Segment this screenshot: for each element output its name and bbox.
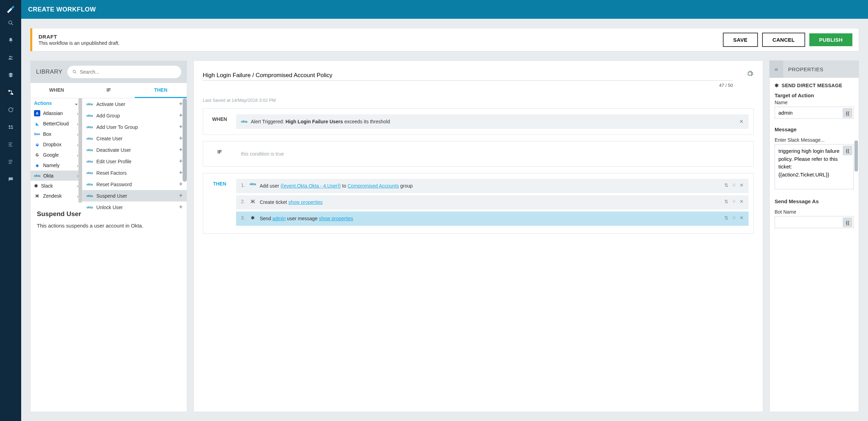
action-edit-user-profile[interactable]: oktaEdit User Profile+ bbox=[82, 156, 187, 167]
scrollbar[interactable] bbox=[183, 98, 187, 182]
svg-point-0 bbox=[9, 21, 12, 24]
actions-header[interactable]: Actions⌄ bbox=[31, 98, 82, 108]
provider-namely[interactable]: ◆Namely bbox=[31, 160, 82, 171]
library-panel: LIBRARY WHEN IF THEN Actions⌄ AAtlassian bbox=[30, 60, 187, 412]
users-icon[interactable] bbox=[7, 54, 15, 61]
add-icon[interactable]: + bbox=[179, 123, 183, 131]
add-icon[interactable]: + bbox=[179, 158, 183, 165]
page-header: CREATE WORKFLOW bbox=[21, 0, 868, 19]
reorder-icon[interactable]: ⇅ bbox=[724, 182, 728, 188]
svg-point-2 bbox=[9, 56, 11, 58]
reorder-icon[interactable]: ⇅ bbox=[724, 215, 728, 221]
message-input[interactable] bbox=[775, 144, 854, 189]
search-input[interactable] bbox=[80, 69, 176, 75]
list2-icon[interactable] bbox=[7, 158, 15, 166]
add-icon[interactable]: + bbox=[179, 169, 183, 176]
when-condition[interactable]: okta Alert Triggered: High Login Failure… bbox=[236, 114, 749, 129]
publish-button[interactable]: PUBLISH bbox=[809, 33, 852, 46]
step-2[interactable]: 2. Ж Create ticket show properties ⇅⑂✕ bbox=[236, 195, 749, 209]
provider-google[interactable]: GGoogle bbox=[31, 150, 82, 160]
then-label: THEN bbox=[203, 173, 236, 233]
token-button[interactable]: {{ bbox=[843, 108, 852, 118]
action-add-user-to-group[interactable]: oktaAdd User To Group+ bbox=[82, 121, 187, 133]
chat-icon[interactable] bbox=[7, 175, 15, 183]
provider-box[interactable]: boxBox bbox=[31, 129, 82, 139]
provider-atlassian[interactable]: AAtlassian bbox=[31, 108, 82, 118]
toggle-icon[interactable] bbox=[7, 123, 15, 131]
add-icon[interactable]: + bbox=[179, 112, 183, 119]
svg-line-17 bbox=[75, 73, 76, 74]
add-icon[interactable]: + bbox=[179, 204, 183, 211]
reorder-icon[interactable]: ⇅ bbox=[724, 199, 728, 204]
cancel-button[interactable]: CANCEL bbox=[762, 33, 805, 47]
close-icon[interactable]: ✕ bbox=[740, 199, 744, 204]
close-icon[interactable]: ✕ bbox=[740, 215, 744, 221]
add-icon[interactable]: + bbox=[179, 181, 183, 188]
collapse-icon[interactable]: « bbox=[769, 60, 783, 78]
step-1[interactable]: 1. okta Add user {{event.Okta.Okta - 4.U… bbox=[236, 179, 749, 193]
step-3[interactable]: 3. ✱ Send admin user message show proper… bbox=[236, 212, 749, 226]
action-suspend-user[interactable]: oktaSuspend User+ bbox=[82, 190, 187, 201]
provider-dropbox[interactable]: ⬙Dropbox bbox=[31, 139, 82, 150]
provider-bettercloud[interactable]: ◣BetterCloud bbox=[31, 118, 82, 129]
svg-rect-14 bbox=[9, 162, 12, 162]
layers-icon[interactable] bbox=[7, 71, 15, 79]
save-button[interactable]: SAVE bbox=[723, 33, 758, 47]
nav-rail bbox=[0, 0, 21, 421]
workflow-icon[interactable] bbox=[7, 89, 15, 96]
workflow-name-input[interactable] bbox=[203, 71, 733, 81]
message-hint: Enter Slack Message... bbox=[775, 137, 854, 143]
add-icon[interactable]: + bbox=[179, 135, 183, 142]
draft-banner: DRAFT This workflow is an unpublished dr… bbox=[30, 28, 859, 51]
copy-icon[interactable]: ⑂ bbox=[733, 199, 735, 204]
action-activate-user[interactable]: oktaActivate User+ bbox=[82, 98, 187, 110]
copy-icon[interactable]: ⑂ bbox=[733, 215, 735, 221]
tab-when[interactable]: WHEN bbox=[31, 83, 83, 98]
action-reset-password[interactable]: oktaReset Password+ bbox=[82, 179, 187, 190]
tab-if[interactable]: IF bbox=[83, 83, 135, 98]
svg-rect-9 bbox=[9, 128, 11, 129]
action-create-user[interactable]: oktaCreate User+ bbox=[82, 133, 187, 144]
scrollbar[interactable] bbox=[78, 98, 82, 203]
botname-input[interactable] bbox=[775, 216, 854, 228]
svg-rect-12 bbox=[9, 146, 12, 147]
sendas-label: Send Message As bbox=[775, 198, 854, 204]
bell-icon[interactable] bbox=[7, 36, 15, 44]
provider-okta[interactable]: oktaOkta bbox=[31, 171, 82, 181]
search-icon[interactable] bbox=[7, 19, 15, 27]
close-icon[interactable]: ✕ bbox=[740, 182, 744, 188]
desc-body: This actions suspends a user account in … bbox=[37, 223, 181, 229]
provider-slack[interactable]: ✱Slack bbox=[31, 181, 82, 191]
action-unlock-user[interactable]: oktaUnlock User+ bbox=[82, 201, 187, 213]
target-label: Target of Action bbox=[775, 92, 854, 98]
svg-rect-13 bbox=[9, 160, 12, 161]
action-reset-factors[interactable]: oktaReset Factors+ bbox=[82, 167, 187, 179]
message-label: Message bbox=[775, 126, 854, 132]
then-block: THEN 1. okta Add user {{event.Okta.Okta … bbox=[203, 173, 754, 234]
svg-rect-8 bbox=[11, 126, 13, 127]
list-icon[interactable] bbox=[7, 141, 15, 148]
app-logo[interactable] bbox=[0, 0, 21, 19]
scrollbar[interactable] bbox=[854, 140, 858, 172]
token-button[interactable]: {{ bbox=[843, 146, 852, 155]
workflow-canvas: 47 / 50 Last Saved at 14/May/2018 3:02 P… bbox=[193, 60, 763, 412]
when-block: WHEN okta Alert Triggered: High Login Fa… bbox=[203, 108, 754, 135]
add-icon[interactable]: + bbox=[179, 100, 183, 108]
library-search[interactable] bbox=[67, 66, 181, 78]
close-icon[interactable]: ✕ bbox=[739, 118, 744, 125]
copy-icon[interactable]: ⑂ bbox=[733, 182, 735, 188]
add-icon[interactable]: + bbox=[179, 146, 183, 154]
add-icon[interactable]: + bbox=[179, 192, 183, 199]
svg-point-16 bbox=[73, 70, 75, 73]
tab-then[interactable]: THEN bbox=[135, 83, 187, 98]
token-button[interactable]: {{ bbox=[843, 217, 852, 227]
provider-list: Actions⌄ AAtlassian ◣BetterCloud boxBox … bbox=[31, 98, 82, 203]
action-add-group[interactable]: oktaAdd Group+ bbox=[82, 110, 187, 121]
provider-zendesk[interactable]: ЖZendesk bbox=[31, 191, 82, 201]
gear-icon[interactable] bbox=[746, 70, 754, 79]
refresh-icon[interactable] bbox=[7, 106, 15, 114]
name-input[interactable] bbox=[775, 107, 854, 119]
action-deactivate-user[interactable]: oktaDeactivate User+ bbox=[82, 144, 187, 156]
if-placeholder[interactable]: this condition is true bbox=[236, 147, 749, 161]
section-title: SEND DIRECT MESSAGE bbox=[782, 83, 842, 88]
